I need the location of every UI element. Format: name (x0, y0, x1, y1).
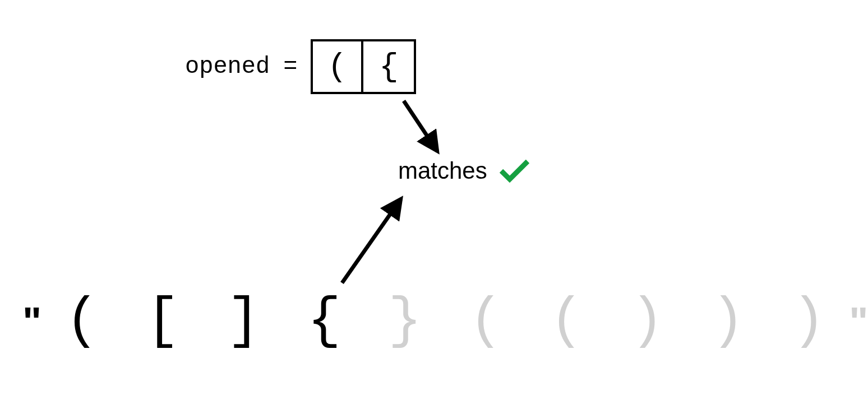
char-6: ( (550, 294, 583, 350)
svg-line-3 (342, 199, 401, 283)
checkmark-icon (498, 157, 532, 185)
char-3: { (307, 294, 341, 350)
char-2: ] (227, 294, 260, 350)
matches-label: matches (398, 157, 487, 184)
char-9: ) (792, 294, 825, 350)
svg-line-1 (404, 101, 437, 151)
char-1: [ (146, 294, 179, 350)
opened-section: opened = ( { (185, 39, 416, 94)
quote-right: " (849, 299, 868, 345)
char-4: } (388, 294, 422, 350)
equals-sign: = (283, 53, 297, 80)
stack-cell-0: ( (313, 41, 363, 92)
char-0: ( (65, 294, 99, 350)
stack-container: ( { (311, 39, 416, 94)
arrow-top-down (393, 95, 460, 162)
stack-cell-1: { (363, 41, 414, 92)
opened-label: opened (185, 53, 270, 80)
char-7: ) (630, 294, 664, 350)
string-section: " ( [ ] { } ( ( ) ) ) " (22, 294, 868, 350)
arrow-bottom-up (331, 190, 421, 291)
quote-left: " (22, 299, 41, 345)
matches-section: matches (398, 157, 532, 185)
char-5: ( (469, 294, 502, 350)
char-8: ) (711, 294, 745, 350)
